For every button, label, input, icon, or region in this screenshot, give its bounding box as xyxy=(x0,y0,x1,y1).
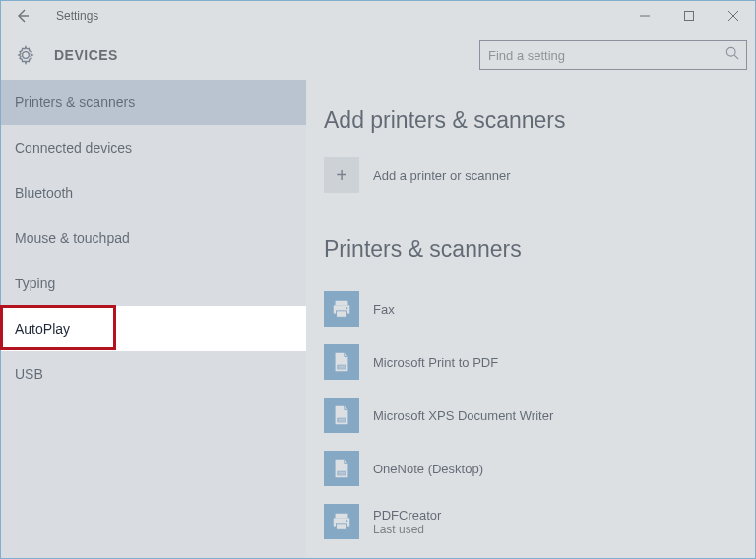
sidebar-item-label: Mouse & touchpad xyxy=(15,230,130,246)
device-labels: Microsoft Print to PDF xyxy=(373,355,498,370)
svg-point-1 xyxy=(726,47,735,56)
add-printer-label: Add a printer or scanner xyxy=(373,168,510,183)
search-input[interactable] xyxy=(479,40,747,70)
device-labels: Microsoft XPS Document Writer xyxy=(373,408,553,423)
gear-icon xyxy=(15,44,36,66)
svg-rect-17 xyxy=(336,514,348,519)
maximize-button[interactable] xyxy=(666,1,711,31)
device-name: Fax xyxy=(373,302,395,317)
window-title: Settings xyxy=(56,9,98,23)
svg-rect-14 xyxy=(337,471,346,476)
close-icon xyxy=(728,11,738,21)
window-controls xyxy=(622,1,755,31)
search-wrap xyxy=(479,40,747,70)
sidebar-item-label: Bluetooth xyxy=(15,185,73,201)
svg-rect-19 xyxy=(337,524,347,529)
svg-rect-15 xyxy=(338,472,345,473)
device-name: Microsoft XPS Document Writer xyxy=(373,408,553,423)
section-printers-title: Printers & scanners xyxy=(324,236,737,263)
svg-point-22 xyxy=(346,520,348,522)
device-item[interactable]: Microsoft XPS Document Writer xyxy=(324,389,737,442)
device-labels: OneNote (Desktop) xyxy=(373,462,483,476)
svg-rect-9 xyxy=(338,366,345,367)
sidebar-item-printers-scanners[interactable]: Printers & scanners xyxy=(1,80,306,125)
section-add-title: Add printers & scanners xyxy=(324,107,737,134)
sidebar-item-usb[interactable]: USB xyxy=(1,351,306,397)
back-button[interactable] xyxy=(9,2,36,30)
device-list: FaxMicrosoft Print to PDFMicrosoft XPS D… xyxy=(324,282,737,548)
minimize-button[interactable] xyxy=(622,1,666,31)
svg-point-7 xyxy=(346,307,348,309)
sidebar-item-typing[interactable]: Typing xyxy=(1,261,306,306)
device-name: OneNote (Desktop) xyxy=(373,462,483,476)
svg-rect-2 xyxy=(336,301,348,306)
document-icon xyxy=(324,398,359,433)
device-item[interactable]: Microsoft Print to PDF xyxy=(324,336,737,389)
maximize-icon xyxy=(684,11,694,21)
body: Printers & scannersConnected devicesBlue… xyxy=(1,80,755,558)
page-title: DEVICES xyxy=(54,47,118,63)
device-name: PDFCreator xyxy=(373,508,441,523)
device-labels: PDFCreatorLast used xyxy=(373,508,441,536)
device-item[interactable]: OneNote (Desktop) xyxy=(324,442,737,495)
settings-window: Settings DEVICES Pr xyxy=(0,0,756,559)
device-item[interactable]: PDFCreatorLast used xyxy=(324,495,737,548)
sidebar-item-mouse-touchpad[interactable]: Mouse & touchpad xyxy=(1,216,306,261)
sidebar-item-label: AutoPlay xyxy=(15,321,70,337)
sidebar-item-label: Typing xyxy=(15,276,55,291)
sidebar-item-connected-devices[interactable]: Connected devices xyxy=(1,125,306,170)
plus-icon: + xyxy=(324,157,359,193)
document-icon xyxy=(324,344,359,380)
svg-rect-11 xyxy=(337,418,346,423)
sidebar-item-label: Connected devices xyxy=(15,140,132,155)
svg-rect-16 xyxy=(338,474,345,475)
svg-rect-8 xyxy=(337,365,346,370)
search-icon xyxy=(725,46,739,63)
document-icon xyxy=(324,451,359,486)
svg-rect-13 xyxy=(338,421,345,422)
printer-icon xyxy=(324,504,359,539)
svg-rect-0 xyxy=(684,12,693,21)
main-panel: Add printers & scanners + Add a printer … xyxy=(306,80,755,558)
device-item[interactable]: Fax xyxy=(324,282,737,336)
header: DEVICES xyxy=(1,31,755,80)
svg-rect-4 xyxy=(337,311,347,317)
device-labels: Fax xyxy=(373,302,395,317)
svg-rect-12 xyxy=(338,419,345,420)
sidebar-item-autoplay[interactable]: AutoPlay xyxy=(1,306,306,351)
arrow-left-icon xyxy=(15,8,31,24)
sidebar-item-label: USB xyxy=(15,366,43,382)
sidebar: Printers & scannersConnected devicesBlue… xyxy=(1,80,306,558)
svg-rect-10 xyxy=(338,368,345,369)
sidebar-item-bluetooth[interactable]: Bluetooth xyxy=(1,170,306,216)
device-name: Microsoft Print to PDF xyxy=(373,355,498,370)
titlebar: Settings xyxy=(1,1,755,31)
minimize-icon xyxy=(640,11,650,21)
device-sub: Last used xyxy=(373,523,441,536)
close-button[interactable] xyxy=(711,1,755,31)
add-printer-button[interactable]: + Add a printer or scanner xyxy=(324,157,737,193)
printer-icon xyxy=(324,291,359,327)
sidebar-item-label: Printers & scanners xyxy=(15,94,135,110)
